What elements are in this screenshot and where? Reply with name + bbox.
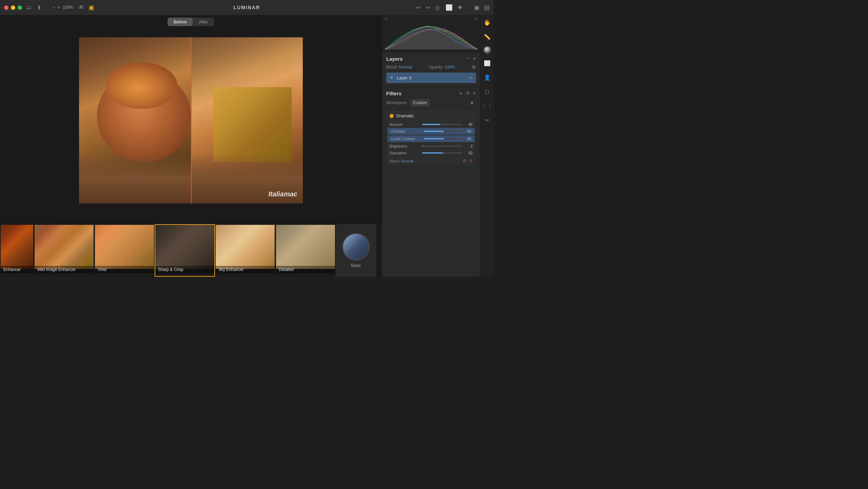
amount-slider[interactable] xyxy=(422,124,462,125)
image-container: Italiamac xyxy=(79,37,303,203)
zoom-minus[interactable]: − xyxy=(52,4,55,11)
layers-plus-button[interactable]: + xyxy=(473,56,476,62)
layers-icon[interactable]: ❖ xyxy=(457,4,462,11)
contrast-label: Contrast xyxy=(391,129,421,133)
traffic-lights xyxy=(4,5,22,10)
amount-fill xyxy=(422,124,440,125)
saturation-label: Saturation xyxy=(390,151,420,155)
titlebar-right-icons: ⬜ ❖ ▣ ▤ xyxy=(446,4,490,11)
layer-0-item[interactable]: 👁 Layer 0 ⇄ xyxy=(386,73,476,83)
transform-tool[interactable]: ✂ xyxy=(482,115,492,125)
film-item-basic[interactable]: Basic xyxy=(336,224,376,277)
basic-circle-thumb xyxy=(342,233,370,260)
filter-blend-label: Blend: xyxy=(390,159,400,163)
histogram-chart xyxy=(385,22,477,50)
local-contrast-label: Local Contrast xyxy=(391,137,421,141)
film-item-detailed[interactable]: Detailed xyxy=(275,224,336,277)
zoom-plus[interactable]: + xyxy=(57,4,60,11)
layers-section: Layers − + Blend: Normal Opacity: 100% ⚙ xyxy=(382,52,480,87)
maximize-button[interactable] xyxy=(18,5,22,10)
view-icon[interactable]: ▣ xyxy=(474,4,479,11)
saturation-value: 52 xyxy=(465,151,473,155)
histogram-left-triangle: △ xyxy=(385,16,388,20)
film-label: Sky Enhancer xyxy=(216,266,275,273)
contrast-slider[interactable] xyxy=(423,131,461,132)
saturation-slider[interactable] xyxy=(422,152,462,154)
redo-button[interactable]: ↪ xyxy=(426,4,430,11)
filters-add-icon[interactable]: + xyxy=(473,90,476,96)
main-area: Before After xyxy=(0,15,494,277)
brightness-slider-row: Brightness 2 xyxy=(386,143,476,150)
local-contrast-fill xyxy=(423,138,444,139)
texture-tool[interactable]: ⋮⋮ xyxy=(482,101,492,111)
film-item-sky-enhancer[interactable]: Sky Enhancer xyxy=(215,224,275,277)
basic-label: Basic xyxy=(351,263,361,268)
panel-icon[interactable]: ▤ xyxy=(484,4,490,11)
blend-value[interactable]: Normal xyxy=(399,65,412,70)
opacity-label: Opacity: xyxy=(429,65,443,70)
saturation-fill xyxy=(422,152,443,154)
dramatic-filter-name: Dramatic xyxy=(396,113,414,118)
undo-button[interactable]: ↩ xyxy=(416,4,421,11)
filters-sort-icon[interactable]: ≡ xyxy=(459,91,462,96)
workspace-select[interactable]: Custom xyxy=(410,99,430,106)
brightness-slider[interactable] xyxy=(422,145,462,147)
layer-visibility-icon[interactable]: 👁 xyxy=(390,75,394,80)
layer-0-options-icon[interactable]: ⇄ xyxy=(469,75,473,80)
filters-refresh-icon[interactable]: ↺ xyxy=(466,91,470,96)
brightness-label: Brightness xyxy=(390,144,420,148)
layers-gear-icon[interactable]: ⚙ xyxy=(472,64,476,70)
close-button[interactable] xyxy=(4,5,8,10)
right-panel: △ △ Layers − + xyxy=(382,15,480,277)
folder-icon[interactable]: 🗂 xyxy=(26,4,32,11)
histogram: △ △ xyxy=(382,15,480,52)
dramatic-filter-header: Dramatic xyxy=(386,111,476,121)
split-line xyxy=(191,37,192,203)
local-contrast-value: 55 xyxy=(463,137,471,141)
filters-title: Filters xyxy=(386,91,401,96)
contrast-value: 54 xyxy=(463,129,471,133)
export-icon[interactable]: ⬜ xyxy=(446,4,453,11)
film-item-vivid[interactable]: Vivid xyxy=(94,224,155,277)
image-canvas[interactable]: Italiamac xyxy=(0,15,382,222)
titlebar: 🗂 ⬆ − + 100% 👁 ▣ LUMINAR ↩ ↪ ◎ ⬜ ❖ ▣ ▤ xyxy=(0,0,494,15)
pen-tool[interactable]: ✏️ xyxy=(482,32,492,41)
dramatic-filter-dot xyxy=(390,114,394,118)
zoom-level: 100% xyxy=(63,5,73,10)
photo-canvas: Italiamac xyxy=(79,37,303,203)
workspace-row: Workspace: Custom xyxy=(386,99,476,106)
film-label: Vivid xyxy=(95,266,154,273)
filter-blend-actions: ↺ ✕ xyxy=(462,158,473,163)
filter-delete-icon[interactable]: ✕ xyxy=(469,158,473,163)
layers-minus-button[interactable]: − xyxy=(466,56,469,62)
person-tool[interactable]: 👤 xyxy=(482,73,492,82)
before-tab[interactable]: Before xyxy=(167,18,193,26)
share-icon[interactable]: ⬆ xyxy=(37,4,41,11)
film-item-sharp-crisp[interactable]: Sharp & Crisp xyxy=(155,224,215,277)
blend-opacity-row: Blend: Normal Opacity: 100% ⚙ xyxy=(386,64,476,70)
crop-tool[interactable]: ⬜ xyxy=(482,58,492,68)
split-view-icon[interactable]: ▣ xyxy=(88,4,94,11)
amount-slider-row: Amount 45 xyxy=(386,121,476,128)
after-tab[interactable]: After xyxy=(193,18,214,26)
filters-actions: ≡ ↺ + xyxy=(459,90,476,96)
dramatic-filter-block: Dramatic Amount 45 Contrast 54 xyxy=(386,111,476,165)
film-thumb xyxy=(95,225,154,269)
before-after-tabs: Before After xyxy=(167,18,214,26)
film-item-mild[interactable]: Mild Image Enhancer xyxy=(34,224,94,277)
film-label: Sharp & Crisp xyxy=(155,266,214,273)
histogram-right-triangle: △ xyxy=(475,16,477,20)
erase-tool[interactable]: ◻ xyxy=(482,87,492,96)
filter-blend-value[interactable]: Normal xyxy=(401,159,413,163)
eye-icon[interactable]: 👁 xyxy=(78,4,84,11)
history-button[interactable]: ◎ xyxy=(435,4,440,11)
minimize-button[interactable] xyxy=(11,5,15,10)
color-picker[interactable] xyxy=(484,46,491,54)
local-contrast-slider[interactable] xyxy=(423,138,461,139)
layers-header: Layers − + xyxy=(386,56,476,62)
filter-refresh-icon[interactable]: ↺ xyxy=(462,158,466,163)
hand-tool[interactable]: 🖐 xyxy=(482,18,492,27)
film-thumb xyxy=(155,225,214,269)
contrast-slider-row: Contrast 54 xyxy=(388,128,475,135)
film-item-enhancer[interactable]: Enhancer xyxy=(0,224,34,277)
